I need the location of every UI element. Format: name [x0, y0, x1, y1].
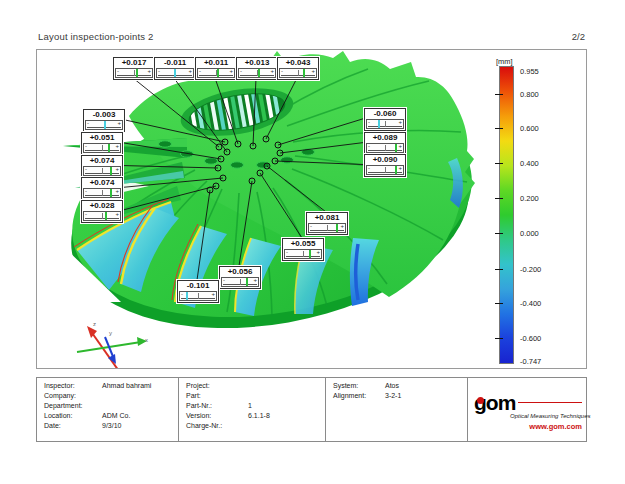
inspection-view: z y x +0.017-+-0.011-++0.011-++0.013-++0… — [36, 49, 587, 369]
gom-logo: gom Optical Measuring Techniques www.gom… — [474, 396, 582, 438]
table-value: ADM Co. — [102, 411, 130, 421]
deviation-gauge: -+ — [115, 68, 153, 78]
table-label: Part: — [186, 391, 248, 401]
measurement-label[interactable]: -0.101-+ — [177, 280, 219, 303]
gom-logo-dot — [477, 397, 484, 404]
table-label: Inspector: — [44, 381, 102, 391]
table-value: Ahmad bahrami — [102, 381, 151, 391]
table-row: Part: — [186, 391, 325, 401]
measurement-label[interactable]: +0.074-+ — [81, 155, 123, 178]
table-label: Project: — [186, 381, 248, 391]
table-row: Alignment:3-2-1 — [333, 391, 467, 401]
measurement-label[interactable]: +0.043-+ — [277, 57, 319, 80]
table-label: Version: — [186, 411, 248, 421]
deviation-gauge: -+ — [83, 211, 121, 221]
deviation-gauge: -+ — [284, 249, 322, 259]
deviation-gauge: -+ — [83, 166, 121, 176]
report-page: Layout inspection-points 2 2/2 — [0, 0, 625, 484]
measurement-label[interactable]: +0.089-+ — [364, 132, 406, 155]
measurement-label[interactable]: +0.013-+ — [236, 57, 278, 80]
table-row: Inspector:Ahmad bahrami — [44, 381, 178, 391]
deviation-gauge: -+ — [238, 68, 276, 78]
table-label: Charge-Nr.: — [186, 421, 248, 431]
measurement-label[interactable]: -0.060-+ — [364, 108, 406, 131]
table-label: Part-Nr.: — [186, 401, 248, 411]
deviation-gauge: -+ — [179, 291, 217, 301]
deviation-gauge: -+ — [366, 119, 404, 129]
deviation-gauge: -+ — [83, 188, 121, 198]
measurement-label[interactable]: -0.011-+ — [154, 57, 196, 80]
measurement-label[interactable]: +0.074-+ — [81, 177, 123, 200]
measurement-label[interactable]: -0.003-+ — [83, 109, 125, 132]
deviation-gauge: -+ — [308, 223, 346, 233]
page-number: 2/2 — [572, 31, 585, 42]
table-row: Company: — [44, 391, 178, 401]
deviation-gauge: -+ — [366, 143, 404, 153]
measurement-label[interactable]: +0.028-+ — [81, 200, 123, 223]
table-col-project: Project:Part:Part-Nr.:1Version:6.1.1-8Ch… — [179, 378, 326, 441]
table-value: 6.1.1-8 — [248, 411, 270, 421]
table-value: 3-2-1 — [385, 391, 401, 401]
table-col-logo: gom Optical Measuring Techniques www.gom… — [468, 378, 586, 441]
page-title: Layout inspection-points 2 — [38, 31, 154, 42]
table-value: Atos — [385, 381, 399, 391]
deviation-gauge: -+ — [83, 143, 121, 153]
table-value: 9/3/10 — [102, 421, 121, 431]
deviation-gauge: -+ — [197, 68, 235, 78]
deviation-gauge: -+ — [156, 68, 194, 78]
table-label: Location: — [44, 411, 102, 421]
table-row: Location:ADM Co. — [44, 411, 178, 421]
table-row: Part-Nr.:1 — [186, 401, 325, 411]
deviation-gauge: -+ — [221, 277, 259, 287]
measurement-label[interactable]: +0.011-+ — [195, 57, 237, 80]
gom-logo-url[interactable]: www.gom.com — [529, 422, 582, 431]
table-row: Project: — [186, 381, 325, 391]
title-block-table: Inspector:Ahmad bahramiCompany:Departmen… — [36, 377, 587, 442]
table-row: Version:6.1.1-8 — [186, 411, 325, 421]
table-label: Company: — [44, 391, 102, 401]
measurement-label[interactable]: +0.081-+ — [306, 212, 348, 235]
table-row: Charge-Nr.: — [186, 421, 325, 431]
table-label: Alignment: — [333, 391, 385, 401]
measurement-label[interactable]: +0.090-+ — [364, 154, 406, 177]
table-col-system: System:AtosAlignment:3-2-1 — [326, 378, 468, 441]
deviation-gauge: -+ — [279, 68, 317, 78]
table-col-inspector: Inspector:Ahmad bahramiCompany:Departmen… — [37, 378, 179, 441]
gom-logo-line — [518, 402, 582, 403]
table-row: Date:9/3/10 — [44, 421, 178, 431]
measurement-label[interactable]: +0.051-+ — [81, 132, 123, 155]
measurement-label[interactable]: +0.055-+ — [282, 238, 324, 261]
table-value: 1 — [248, 401, 252, 411]
deviation-gauge: -+ — [366, 165, 404, 175]
table-row: Department: — [44, 401, 178, 411]
deviation-gauge: -+ — [85, 120, 123, 130]
measurement-labels: +0.017-+-0.011-++0.011-++0.013-++0.043-+… — [37, 50, 586, 368]
table-row: System:Atos — [333, 381, 467, 391]
table-label: Department: — [44, 401, 102, 411]
measurement-label[interactable]: +0.056-+ — [219, 266, 261, 289]
gom-logo-tagline: Optical Measuring Techniques — [510, 413, 591, 419]
measurement-label[interactable]: +0.017-+ — [113, 57, 155, 80]
table-label: System: — [333, 381, 385, 391]
table-label: Date: — [44, 421, 102, 431]
